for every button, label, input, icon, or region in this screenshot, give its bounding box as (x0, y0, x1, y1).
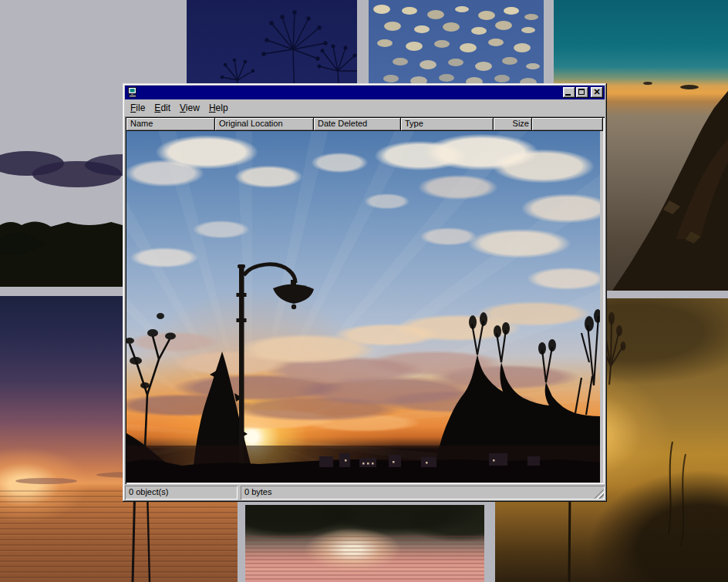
column-header-size[interactable]: Size (494, 118, 532, 131)
menu-file[interactable]: File (126, 101, 150, 115)
column-header-date-deleted[interactable]: Date Deleted (314, 118, 401, 131)
close-button[interactable]: ✕ (591, 87, 603, 98)
title-bar[interactable]: ✕ (125, 86, 605, 99)
recycle-bin-window: ✕ File Edit View Help Name Original Loca… (123, 83, 607, 502)
wallpaper-photo-water-reflection (245, 505, 484, 582)
cloud-speckles (373, 5, 390, 14)
status-bar: 0 object(s) 0 bytes (125, 486, 605, 500)
list-viewport-sunset-photo[interactable] (126, 131, 600, 483)
menu-bar: File Edit View Help (125, 99, 605, 116)
maximize-icon (578, 89, 585, 95)
column-header-type[interactable]: Type (401, 118, 494, 131)
minimize-icon (565, 94, 571, 96)
silhouettes-overlay (126, 131, 600, 483)
list-view-frame: Name Original Location Date Deleted Type… (125, 116, 605, 484)
foreground-silhouette (126, 446, 600, 483)
column-header-row: Name Original Location Date Deleted Type… (126, 118, 603, 131)
maximize-button[interactable] (576, 87, 588, 98)
close-icon: ✕ (591, 86, 603, 97)
menu-view[interactable]: View (175, 101, 204, 115)
column-header-name[interactable]: Name (126, 118, 215, 131)
status-objects: 0 object(s) (125, 486, 238, 500)
menu-edit[interactable]: Edit (150, 101, 175, 115)
water-ripples (245, 536, 484, 582)
computer-icon (126, 87, 139, 98)
column-header-original-location[interactable]: Original Location (215, 118, 314, 131)
column-header-blank[interactable] (532, 118, 603, 131)
minimize-button[interactable] (563, 87, 575, 98)
menu-help[interactable]: Help (204, 101, 233, 115)
status-bytes: 0 bytes (241, 486, 605, 500)
